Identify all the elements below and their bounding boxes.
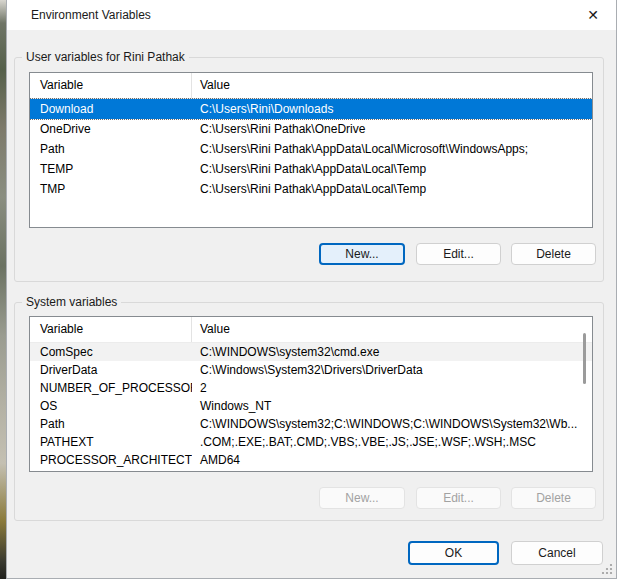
user-edit-button[interactable]: Edit... — [416, 243, 501, 265]
variable-cell: TMP — [30, 179, 192, 199]
system-variables-table[interactable]: Variable Value ComSpec C:\WINDOWS\system… — [29, 316, 593, 472]
variable-cell: NUMBER_OF_PROCESSORS — [30, 379, 192, 397]
user-delete-button[interactable]: Delete — [511, 243, 596, 265]
value-cell: C:\Users\Rini Pathak\AppData\Local\Temp — [192, 159, 592, 179]
resize-grip-icon[interactable] — [601, 563, 613, 575]
variable-cell: OneDrive — [30, 119, 192, 139]
ok-button-label: OK — [445, 546, 462, 560]
cancel-button-label: Cancel — [538, 546, 575, 560]
close-button[interactable]: ✕ — [570, 0, 616, 30]
user-new-button[interactable]: New... — [319, 243, 405, 265]
close-icon: ✕ — [587, 7, 599, 23]
value-cell: Windows_NT — [192, 397, 592, 415]
value-cell: C:\WINDOWS\system32\cmd.exe — [192, 343, 592, 361]
table-row-comspec[interactable]: ComSpec C:\WINDOWS\system32\cmd.exe — [30, 343, 592, 361]
user-edit-button-label: Edit... — [443, 247, 474, 261]
variable-cell: ComSpec — [30, 343, 192, 361]
system-edit-button-label: Edit... — [443, 491, 474, 505]
variable-cell: DriverData — [30, 361, 192, 379]
variable-cell: PATHEXT — [30, 433, 192, 451]
titlebar[interactable]: Environment Variables ✕ — [7, 0, 616, 30]
table-row-os[interactable]: OS Windows_NT — [30, 397, 592, 415]
table-row-path-system[interactable]: Path C:\WINDOWS\system32;C:\WINDOWS;C:\W… — [30, 415, 592, 433]
window-title: Environment Variables — [31, 0, 151, 30]
variable-cell: Download — [30, 99, 192, 119]
value-cell: 2 — [192, 379, 592, 397]
value-cell: AMD64 — [192, 451, 592, 469]
variable-cell: Path — [30, 415, 192, 433]
table-row-processor-architecture[interactable]: PROCESSOR_ARCHITECTURE AMD64 — [30, 451, 592, 469]
user-delete-button-label: Delete — [536, 247, 571, 261]
column-header-variable[interactable]: Variable — [30, 317, 192, 342]
system-delete-button[interactable]: Delete — [511, 487, 596, 509]
value-cell: C:\Users\Rini Pathak\AppData\Local\Micro… — [192, 139, 592, 159]
table-row-driverdata[interactable]: DriverData C:\Windows\System32\Drivers\D… — [30, 361, 592, 379]
system-new-button[interactable]: New... — [319, 487, 405, 509]
user-variables-table[interactable]: Variable Value Download C:\Users\Rini\Do… — [29, 72, 593, 228]
column-header-value[interactable]: Value — [192, 317, 592, 342]
column-header-variable[interactable]: Variable — [30, 73, 192, 98]
system-delete-button-label: Delete — [536, 491, 571, 505]
variable-cell: TEMP — [30, 159, 192, 179]
scrollbar-thumb[interactable] — [583, 333, 586, 384]
table-row-tmp[interactable]: TMP C:\Users\Rini Pathak\AppData\Local\T… — [30, 179, 592, 199]
table-row-number-of-processors[interactable]: NUMBER_OF_PROCESSORS 2 — [30, 379, 592, 397]
value-cell: C:\WINDOWS\system32;C:\WINDOWS;C:\WINDOW… — [192, 415, 592, 433]
cancel-button[interactable]: Cancel — [511, 541, 603, 565]
table-row-path[interactable]: Path C:\Users\Rini Pathak\AppData\Local\… — [30, 139, 592, 159]
system-variables-group-label: System variables — [22, 295, 121, 310]
environment-variables-dialog: Environment Variables ✕ User variables f… — [6, 0, 617, 579]
table-row-onedrive[interactable]: OneDrive C:\Users\Rini Pathak\OneDrive — [30, 119, 592, 139]
table-row-download[interactable]: Download C:\Users\Rini\Downloads — [30, 99, 592, 119]
user-table-header: Variable Value — [30, 73, 592, 99]
value-cell: C:\Users\Rini Pathak\AppData\Local\Temp — [192, 179, 592, 199]
variable-cell: PROCESSOR_ARCHITECTURE — [30, 451, 192, 469]
value-cell: C:\Users\Rini\Downloads — [192, 99, 592, 119]
table-row-pathext[interactable]: PATHEXT .COM;.EXE;.BAT;.CMD;.VBS;.VBE;.J… — [30, 433, 592, 451]
system-table-header: Variable Value — [30, 317, 592, 343]
system-edit-button[interactable]: Edit... — [416, 487, 501, 509]
column-header-value[interactable]: Value — [192, 73, 592, 98]
variable-cell: OS — [30, 397, 192, 415]
user-new-button-label: New... — [345, 247, 378, 261]
value-cell: .COM;.EXE;.BAT;.CMD;.VBS;.VBE;.JS;.JSE;.… — [192, 433, 592, 451]
value-cell: C:\Windows\System32\Drivers\DriverData — [192, 361, 592, 379]
table-row-temp[interactable]: TEMP C:\Users\Rini Pathak\AppData\Local\… — [30, 159, 592, 179]
system-new-button-label: New... — [345, 491, 378, 505]
user-variables-group-label: User variables for Rini Pathak — [22, 50, 189, 65]
ok-button[interactable]: OK — [408, 541, 499, 565]
screen: Environment Variables ✕ User variables f… — [0, 0, 617, 579]
value-cell: C:\Users\Rini Pathak\OneDrive — [192, 119, 592, 139]
variable-cell: Path — [30, 139, 192, 159]
